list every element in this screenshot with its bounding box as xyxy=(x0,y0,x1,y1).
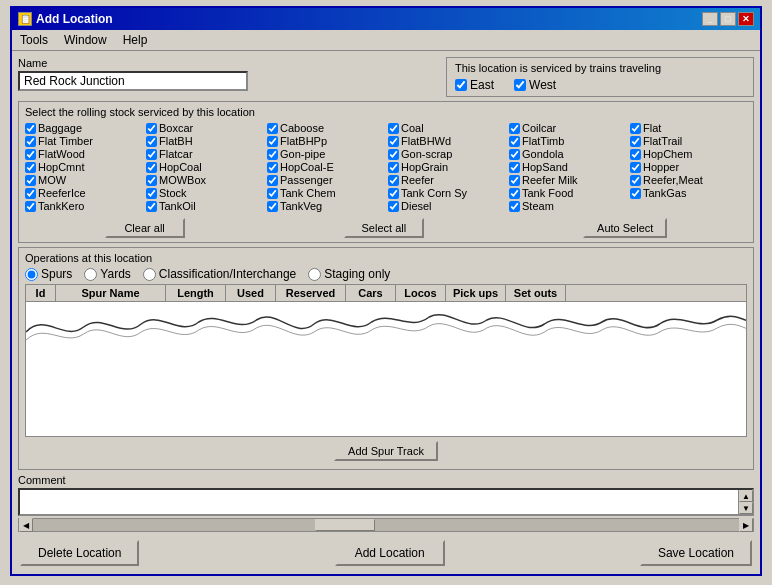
menu-window[interactable]: Window xyxy=(60,32,111,48)
rs-checkbox-35[interactable] xyxy=(630,188,641,199)
rs-label-34: Tank Food xyxy=(522,187,573,199)
spurs-radio[interactable] xyxy=(25,268,38,281)
rs-checkbox-9[interactable] xyxy=(388,136,399,147)
rs-checkbox-31[interactable] xyxy=(146,188,157,199)
scroll-right-btn[interactable]: ▶ xyxy=(739,518,753,532)
scroll-thumb-h[interactable] xyxy=(315,519,375,531)
east-label: East xyxy=(470,78,494,92)
rs-checkbox-28[interactable] xyxy=(509,175,520,186)
rs-checkbox-10[interactable] xyxy=(509,136,520,147)
scroll-down-btn[interactable]: ▼ xyxy=(739,502,753,514)
th-id: Id xyxy=(26,285,56,301)
rs-checkbox-23[interactable] xyxy=(630,162,641,173)
spurs-radio-label[interactable]: Spurs xyxy=(25,267,72,281)
rs-checkbox-3[interactable] xyxy=(388,123,399,134)
west-checkbox[interactable] xyxy=(514,79,526,91)
rs-item: HopCmnt xyxy=(25,161,142,173)
staging-label: Staging only xyxy=(324,267,390,281)
maximize-button[interactable]: □ xyxy=(720,12,736,26)
staging-radio[interactable] xyxy=(308,268,321,281)
rs-item: FlatBHPp xyxy=(267,135,384,147)
comment-scrollbar-v[interactable]: ▲ ▼ xyxy=(738,490,752,514)
rs-label-15: Gon-scrap xyxy=(401,148,452,160)
rs-checkbox-15[interactable] xyxy=(388,149,399,160)
add-spur-button[interactable]: Add Spur Track xyxy=(334,441,438,461)
rs-item: Tank Chem xyxy=(267,187,384,199)
rs-checkbox-13[interactable] xyxy=(146,149,157,160)
scroll-left-btn[interactable]: ◀ xyxy=(19,518,33,532)
add-location-button[interactable]: Add Location xyxy=(335,540,445,566)
rs-checkbox-1[interactable] xyxy=(146,123,157,134)
rs-checkbox-40[interactable] xyxy=(509,201,520,212)
rs-checkbox-37[interactable] xyxy=(146,201,157,212)
rs-checkbox-33[interactable] xyxy=(388,188,399,199)
rs-checkbox-0[interactable] xyxy=(25,123,36,134)
east-checkbox-label[interactable]: East xyxy=(455,78,494,92)
th-cars: Cars xyxy=(346,285,396,301)
yards-radio[interactable] xyxy=(84,268,97,281)
rs-checkbox-14[interactable] xyxy=(267,149,278,160)
rs-checkbox-11[interactable] xyxy=(630,136,641,147)
rs-item: Stock xyxy=(146,187,263,199)
rs-item: Passenger xyxy=(267,174,384,186)
rs-checkbox-16[interactable] xyxy=(509,149,520,160)
menu-tools[interactable]: Tools xyxy=(16,32,52,48)
rs-label-8: FlatBHPp xyxy=(280,135,327,147)
rs-checkbox-32[interactable] xyxy=(267,188,278,199)
classification-radio[interactable] xyxy=(143,268,156,281)
rs-checkbox-25[interactable] xyxy=(146,175,157,186)
rs-checkbox-20[interactable] xyxy=(267,162,278,173)
clear-all-button[interactable]: Clear all xyxy=(105,218,185,238)
name-section: Name xyxy=(18,57,438,97)
classification-radio-label[interactable]: Classification/Interchange xyxy=(143,267,296,281)
operations-section: Operations at this location Spurs Yards … xyxy=(18,247,754,470)
name-label: Name xyxy=(18,57,438,69)
rs-label-31: Stock xyxy=(159,187,187,199)
rs-checkbox-6[interactable] xyxy=(25,136,36,147)
rs-label-4: Coilcar xyxy=(522,122,556,134)
staging-radio-label[interactable]: Staging only xyxy=(308,267,390,281)
rs-label-26: Passenger xyxy=(280,174,333,186)
rs-item: HopGrain xyxy=(388,161,505,173)
yards-radio-label[interactable]: Yards xyxy=(84,267,130,281)
rs-checkbox-34[interactable] xyxy=(509,188,520,199)
rs-checkbox-38[interactable] xyxy=(267,201,278,212)
rs-checkbox-30[interactable] xyxy=(25,188,36,199)
menu-help[interactable]: Help xyxy=(119,32,152,48)
rs-checkbox-21[interactable] xyxy=(388,162,399,173)
th-length: Length xyxy=(166,285,226,301)
scroll-up-btn[interactable]: ▲ xyxy=(739,490,753,502)
west-checkbox-label[interactable]: West xyxy=(514,78,556,92)
rs-checkbox-2[interactable] xyxy=(267,123,278,134)
rs-checkbox-19[interactable] xyxy=(146,162,157,173)
rs-checkbox-29[interactable] xyxy=(630,175,641,186)
rs-checkbox-26[interactable] xyxy=(267,175,278,186)
rs-checkbox-36[interactable] xyxy=(25,201,36,212)
horiz-scrollbar[interactable]: ◀ ▶ xyxy=(18,518,754,532)
auto-select-button[interactable]: Auto Select xyxy=(583,218,667,238)
rs-label-35: TankGas xyxy=(643,187,686,199)
rs-label-25: MOWBox xyxy=(159,174,206,186)
rs-checkbox-39[interactable] xyxy=(388,201,399,212)
rs-checkbox-22[interactable] xyxy=(509,162,520,173)
rs-checkbox-24[interactable] xyxy=(25,175,36,186)
rs-checkbox-5[interactable] xyxy=(630,123,641,134)
east-checkbox[interactable] xyxy=(455,79,467,91)
comment-input[interactable] xyxy=(20,490,738,514)
minimize-button[interactable]: _ xyxy=(702,12,718,26)
rs-checkbox-18[interactable] xyxy=(25,162,36,173)
rs-checkbox-7[interactable] xyxy=(146,136,157,147)
rs-checkbox-8[interactable] xyxy=(267,136,278,147)
rs-label-29: Reefer,Meat xyxy=(643,174,703,186)
close-button[interactable]: ✕ xyxy=(738,12,754,26)
select-all-button[interactable]: Select all xyxy=(344,218,424,238)
delete-location-button[interactable]: Delete Location xyxy=(20,540,139,566)
rs-checkbox-12[interactable] xyxy=(25,149,36,160)
th-used: Used xyxy=(226,285,276,301)
name-input[interactable] xyxy=(18,71,248,91)
rs-checkbox-4[interactable] xyxy=(509,123,520,134)
rs-checkbox-27[interactable] xyxy=(388,175,399,186)
save-location-button[interactable]: Save Location xyxy=(640,540,752,566)
rs-checkbox-17[interactable] xyxy=(630,149,641,160)
rs-label-1: Boxcar xyxy=(159,122,193,134)
